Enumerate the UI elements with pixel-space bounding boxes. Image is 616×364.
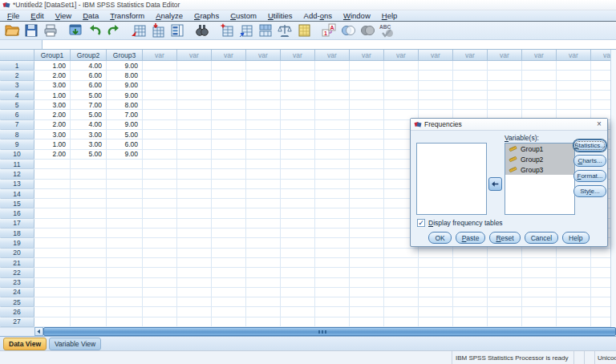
empty-cell[interactable] [143,307,177,317]
row-number[interactable]: 16 [0,208,34,218]
menu-transform[interactable]: Transform [104,11,150,20]
menu-graphs[interactable]: Graphs [188,11,225,20]
empty-cell[interactable] [453,307,488,317]
help-button[interactable]: Help [562,232,589,244]
data-cell[interactable] [34,288,71,297]
display-frequency-tables-checkbox[interactable]: ✓ [417,219,425,227]
data-cell[interactable] [71,160,107,169]
empty-cell[interactable] [212,288,246,297]
data-cell[interactable] [71,249,107,258]
empty-cell[interactable] [143,91,177,100]
empty-cell[interactable] [488,61,522,71]
data-cell[interactable]: 1.00 [34,140,71,149]
empty-cell[interactable] [384,91,419,100]
empty-cell[interactable] [315,120,350,130]
empty-cell[interactable] [453,71,488,80]
empty-cell[interactable] [143,278,177,288]
data-cell[interactable] [34,317,71,327]
save-icon[interactable] [22,22,41,39]
row-number[interactable]: 24 [0,288,34,297]
empty-cell[interactable] [281,61,315,71]
paste-button[interactable]: Paste [456,232,486,244]
empty-cell[interactable] [350,268,384,277]
empty-cell[interactable] [177,61,212,71]
empty-cell[interactable] [177,150,212,160]
cancel-button[interactable]: Cancel [525,232,558,244]
empty-cell[interactable] [488,249,522,258]
data-cell[interactable] [71,307,107,317]
empty-cell[interactable] [350,100,384,110]
empty-cell[interactable] [246,238,281,248]
empty-cell[interactable] [350,110,384,119]
empty-cell[interactable] [177,258,212,268]
data-cell[interactable]: 4.00 [71,120,107,130]
empty-cell[interactable] [212,307,246,317]
empty-cell[interactable] [350,288,384,297]
column-header-var[interactable]: var [315,50,350,61]
empty-cell[interactable] [281,100,315,110]
row-number[interactable]: 9 [0,140,34,149]
data-cell[interactable] [71,278,107,288]
empty-cell[interactable] [143,229,177,238]
data-cell[interactable] [107,238,143,248]
data-cell[interactable] [34,189,71,199]
source-variables-listbox[interactable] [416,143,487,215]
empty-cell[interactable] [591,278,610,288]
row-number[interactable]: 15 [0,199,34,208]
empty-cell[interactable] [419,307,453,317]
column-header-var[interactable]: var [177,50,212,61]
data-cell[interactable]: 1.00 [34,91,71,100]
empty-cell[interactable] [246,199,281,208]
column-header-var[interactable]: var [246,50,281,61]
row-number[interactable]: 26 [0,307,34,317]
open-data-icon[interactable] [2,22,22,39]
empty-cell[interactable] [212,317,246,327]
empty-cell[interactable] [246,249,281,258]
empty-cell[interactable] [212,189,246,199]
close-icon[interactable]: × [594,120,604,128]
row-number[interactable]: 10 [0,150,34,160]
empty-cell[interactable] [177,169,212,179]
data-cell[interactable]: 7.00 [71,100,107,110]
empty-cell[interactable] [143,120,177,130]
row-number[interactable]: 12 [0,169,34,179]
empty-cell[interactable] [281,278,315,288]
empty-cell[interactable] [350,199,384,208]
empty-cell[interactable] [143,199,177,208]
empty-cell[interactable] [488,81,522,91]
empty-cell[interactable] [591,288,610,297]
empty-cell[interactable] [591,317,610,327]
row-number[interactable]: 23 [0,278,34,288]
empty-cell[interactable] [522,100,557,110]
show-all-variables-icon[interactable] [358,22,377,39]
empty-cell[interactable] [557,268,591,277]
empty-cell[interactable] [177,249,212,258]
data-cell[interactable] [71,169,107,179]
empty-cell[interactable] [281,288,315,297]
empty-cell[interactable] [177,317,212,327]
row-number[interactable]: 5 [0,100,34,110]
empty-cell[interactable] [143,219,177,229]
variable-item-group1[interactable]: Group1 [505,144,574,154]
empty-cell[interactable] [177,199,212,208]
empty-cell[interactable] [522,71,557,80]
empty-cell[interactable] [315,160,350,169]
empty-cell[interactable] [350,229,384,238]
empty-cell[interactable] [212,199,246,208]
empty-cell[interactable] [281,268,315,277]
empty-cell[interactable] [281,169,315,179]
column-header-var[interactable]: var [453,50,488,61]
selected-variables-listbox[interactable]: Group1Group2Group3 [505,143,575,215]
empty-cell[interactable] [315,199,350,208]
empty-cell[interactable] [350,307,384,317]
empty-cell[interactable] [453,288,488,297]
row-number[interactable]: 14 [0,189,34,199]
empty-cell[interactable] [212,249,246,258]
column-header-var[interactable]: var [384,50,419,61]
data-cell[interactable] [107,169,143,179]
style-button[interactable]: Style... [573,185,606,197]
data-cell[interactable] [71,199,107,208]
empty-cell[interactable] [350,120,384,130]
data-cell[interactable] [107,189,143,199]
empty-cell[interactable] [315,219,350,229]
